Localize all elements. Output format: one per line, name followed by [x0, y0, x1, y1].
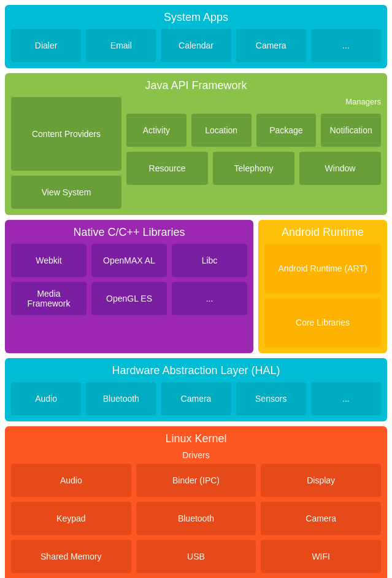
libc-cell: Libc [172, 244, 247, 277]
hal-audio-cell: Audio [11, 382, 81, 415]
native-cpp-title: Native C/C++ Libraries [11, 226, 247, 239]
activity-cell: Activity [126, 114, 186, 147]
kernel-audio-cell: Audio [11, 464, 131, 497]
shared-memory-cell: Shared Memory [11, 540, 131, 573]
kernel-camera-cell: Camera [261, 502, 381, 535]
more-apps-cell: ... [311, 29, 381, 62]
hal-bluetooth-cell: Bluetooth [86, 382, 156, 415]
core-libraries-cell: Core Libraries [264, 298, 381, 347]
managers-grid: Activity Location Package Notification R… [126, 114, 381, 185]
package-cell: Package [256, 114, 317, 147]
camera-cell: Camera [236, 29, 306, 62]
java-api-layer: Java API Framework Content Providers Vie… [5, 73, 387, 215]
drivers-label: Drivers [11, 450, 381, 460]
webkit-cell: Webkit [11, 244, 86, 277]
kernel-row-3: Shared Memory USB WIFI [11, 540, 381, 573]
keypad-cell: Keypad [11, 502, 131, 535]
openmax-cell: OpenMAX AL [91, 244, 167, 277]
linux-kernel-title: Linux Kernel [11, 432, 381, 445]
media-framework-cell: Media Framework [11, 282, 86, 315]
hal-layer: Hardware Abstraction Layer (HAL) Audio B… [5, 358, 387, 421]
hal-sensors-cell: Sensors [236, 382, 306, 415]
hal-row: Audio Bluetooth Camera Sensors ... [11, 382, 381, 415]
email-cell: Email [86, 29, 156, 62]
native-row-1: Webkit OpenMAX AL Libc [11, 244, 247, 277]
binder-cell: Binder (IPC) [136, 464, 256, 497]
java-api-left: Content Providers View System [11, 97, 121, 209]
linux-kernel-layer: Linux Kernel Drivers Audio Binder (IPC) … [5, 426, 387, 578]
native-more-cell: ... [172, 282, 247, 315]
android-runtime-layer: Android Runtime Android Runtime (ART) Co… [258, 220, 387, 353]
hal-camera-cell: Camera [161, 382, 231, 415]
notification-cell: Notification [321, 114, 381, 147]
opengl-cell: OpenGL ES [91, 282, 167, 315]
resource-cell: Resource [126, 152, 208, 185]
kernel-row-2: Keypad Bluetooth Camera [11, 502, 381, 535]
system-apps-layer: System Apps Dialer Email Calendar Camera… [5, 5, 387, 68]
telephony-cell: Telephony [213, 152, 294, 185]
location-cell: Location [191, 114, 252, 147]
managers-label: Managers [126, 97, 381, 106]
view-system-cell: View System [11, 176, 121, 209]
calendar-cell: Calendar [161, 29, 231, 62]
system-apps-title: System Apps [11, 11, 381, 24]
display-cell: Display [261, 464, 381, 497]
content-providers-cell: Content Providers [11, 97, 121, 171]
wifi-cell: WIFI [261, 540, 381, 573]
kernel-bluetooth-cell: Bluetooth [136, 502, 256, 535]
kernel-row-1: Audio Binder (IPC) Display [11, 464, 381, 497]
usb-cell: USB [136, 540, 256, 573]
dialer-cell: Dialer [11, 29, 81, 62]
java-api-title: Java API Framework [11, 79, 381, 92]
android-runtime-title: Android Runtime [264, 226, 381, 239]
managers-row-1: Activity Location Package Notification [126, 114, 381, 147]
middle-section: Native C/C++ Libraries Webkit OpenMAX AL… [5, 220, 387, 353]
java-api-right: Managers Activity Location Package Notif… [126, 97, 381, 209]
native-cpp-layer: Native C/C++ Libraries Webkit OpenMAX AL… [5, 220, 253, 353]
system-apps-row: Dialer Email Calendar Camera ... [11, 29, 381, 62]
hal-more-cell: ... [311, 382, 381, 415]
art-cell: Android Runtime (ART) [264, 244, 381, 293]
managers-row-2: Resource Telephony Window [126, 152, 381, 185]
android-architecture-diagram: System Apps Dialer Email Calendar Camera… [0, 0, 392, 578]
hal-title: Hardware Abstraction Layer (HAL) [11, 364, 381, 377]
native-row-2: Media Framework OpenGL ES ... [11, 282, 247, 315]
window-cell: Window [299, 152, 381, 185]
